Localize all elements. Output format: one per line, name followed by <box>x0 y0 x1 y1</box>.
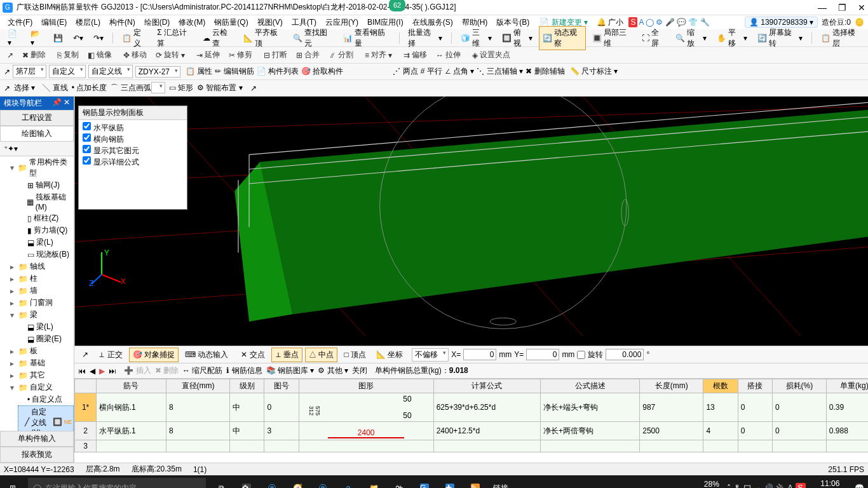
cell[interactable]: 中 <box>230 393 264 422</box>
close-rebar-button[interactable]: 关闭 <box>352 365 367 376</box>
end-snap[interactable]: □ 顶点 <box>340 348 370 362</box>
lookrebar-button[interactable]: 📊 查看钢筋量 <box>339 26 394 50</box>
col-10[interactable]: 搭接 <box>738 379 772 393</box>
new-button[interactable]: 📄▾ <box>4 28 24 48</box>
cell[interactable] <box>738 440 772 452</box>
cell[interactable]: 625+39*d+6.25*d <box>433 393 540 422</box>
dynview-button[interactable]: 🔄 动态观察 <box>539 26 586 50</box>
cell[interactable] <box>772 440 826 452</box>
pan-button[interactable]: ✋ 平移 ▾ <box>713 26 751 50</box>
cell[interactable] <box>299 440 433 452</box>
tb-app4[interactable]: ✚ <box>437 475 463 488</box>
delete-button[interactable]: ✖ 删除 <box>19 48 49 62</box>
cell[interactable]: 3 <box>264 422 299 440</box>
cell[interactable] <box>264 440 299 452</box>
cell[interactable]: 0 <box>772 422 826 440</box>
select-tool[interactable]: 选择 ▾ <box>14 83 35 93</box>
pointlen-tool[interactable]: • 点加长度 <box>72 83 107 93</box>
cell[interactable]: 净长+两倍弯钩 <box>541 422 640 440</box>
setclip-button[interactable]: ◈ 设置夹点 <box>469 48 513 62</box>
maximize-button[interactable]: ❐ <box>838 3 846 13</box>
delete-row-button[interactable]: ✖ 删除 <box>155 365 179 376</box>
col-9[interactable]: 根数 <box>703 379 738 393</box>
mid-snap[interactable]: △ 中点 <box>305 348 337 362</box>
cell[interactable]: 13 <box>703 393 738 422</box>
cell[interactable]: 1* <box>75 393 96 422</box>
cell[interactable] <box>166 440 229 452</box>
arc3-tool[interactable]: ⌒ 三点画弧 <box>111 83 165 93</box>
component-tree[interactable]: ▾📁常用构件类型 ⊞ 轴网(J) ▦ 筏板基础(M) ▯ 框柱(Z) ▮ 剪力墙… <box>0 156 74 431</box>
tray-i5[interactable]: 🔌 <box>776 484 785 488</box>
pick-button[interactable]: 🎯 拾取构件 <box>301 66 343 77</box>
redo-button[interactable]: ↷▾ <box>90 32 107 44</box>
coord-snap[interactable]: 📐 坐标 <box>372 348 407 362</box>
col-6[interactable]: 计算公式 <box>433 379 540 393</box>
tb-app2[interactable]: 🧭 <box>285 475 310 488</box>
cell[interactable]: 2500 <box>640 422 703 440</box>
cell[interactable]: 3 <box>75 440 96 452</box>
offset-button[interactable]: ⇉ 偏移 <box>400 48 430 62</box>
line-tool[interactable]: ╲ 直线 <box>43 83 67 93</box>
nav-next[interactable]: ▶ <box>99 367 105 376</box>
rect-tool[interactable]: ▭ 矩形 <box>169 83 193 93</box>
cell[interactable]: 8 <box>166 393 229 422</box>
y-field[interactable] <box>526 349 559 360</box>
twopoint-button[interactable]: ⋰ 两点 <box>393 66 417 77</box>
nav-last[interactable]: ⏭ <box>109 367 116 376</box>
cell[interactable] <box>541 440 640 452</box>
opt-detail[interactable]: 显示详细公式 <box>83 156 183 168</box>
prop-button[interactable]: 📋 属性 <box>186 66 212 77</box>
taskview-button[interactable]: ⧉ <box>208 475 234 488</box>
offset-mode[interactable]: 不偏移 <box>412 348 449 362</box>
rebar-display-panel[interactable]: 钢筋显示控制面板 水平纵筋 横向钢筋 显示其它图元 显示详细公式 <box>78 105 187 210</box>
opt-others[interactable]: 显示其它图元 <box>83 145 183 156</box>
cell[interactable] <box>640 440 703 452</box>
col-4[interactable]: 图号 <box>264 379 299 393</box>
3d-button[interactable]: 🧊 三维 ▾ <box>457 26 495 50</box>
cell[interactable]: 水平纵筋.1 <box>96 422 166 440</box>
tb-app5[interactable]: ✎ <box>463 475 488 488</box>
rebarlib-button[interactable]: 📚 钢筋图库 ▾ <box>266 365 315 376</box>
notification-badge[interactable]: 62 <box>389 0 405 11</box>
action-center-icon[interactable]: 💬 <box>855 484 864 488</box>
threepoint-button[interactable]: ⋱ 三点辅轴 ▾ <box>477 66 523 77</box>
rotate-field[interactable] <box>606 349 644 360</box>
move-button[interactable]: ✥ 移动 <box>120 48 150 62</box>
menu-floor[interactable]: 楼层(L) <box>72 16 104 29</box>
sumcalc-button[interactable]: Σ 汇总计算 <box>153 26 196 50</box>
cell[interactable]: 4 <box>703 422 738 440</box>
ortho-toggle[interactable]: ⊥ 正交 <box>95 348 126 362</box>
taskbar-search[interactable]: ◯ 在这里输入你要搜索的内容 <box>28 478 206 488</box>
category-dropdown[interactable]: 自定义 <box>49 65 86 78</box>
tray-s[interactable]: S <box>796 483 806 488</box>
tb-app3[interactable]: G <box>412 475 437 488</box>
x-field[interactable] <box>463 349 496 360</box>
break-button[interactable]: ⊟ 打断 <box>261 48 290 62</box>
opt-horiz[interactable]: 水平纵筋 <box>83 122 183 133</box>
close-button[interactable]: ✕ <box>858 3 865 13</box>
cell[interactable]: 2400 <box>299 422 433 440</box>
col-5[interactable]: 图形 <box>299 379 433 393</box>
sidebar-pin-icon[interactable]: 📌 ✕ <box>52 98 70 109</box>
menu-file[interactable]: 文件(F) <box>4 16 36 29</box>
smartlayout-tool[interactable]: ⚙ 智能布置 ▾ <box>197 83 243 93</box>
rebar-table-wrap[interactable]: 筋号直径(mm)级别图号图形计算公式公式描述长度(mm)根数搭接损耗(%)单重(… <box>74 379 868 463</box>
rotate-button[interactable]: ⟳ 旋转 ▾ <box>153 48 188 62</box>
cell[interactable]: 0 <box>264 393 299 422</box>
cell[interactable]: 0 <box>772 393 826 422</box>
linetype-dropdown[interactable]: 自定义线 <box>88 65 133 78</box>
cell[interactable] <box>96 440 166 452</box>
tb-app1[interactable]: ✿ <box>234 475 259 488</box>
arrow4[interactable]: ↗ <box>250 84 257 93</box>
define-button[interactable]: 📋 定义 <box>118 26 151 50</box>
open-button[interactable]: 📂▾ <box>27 28 47 48</box>
cell[interactable] <box>433 440 540 452</box>
rotate-check[interactable] <box>577 351 585 359</box>
componentlist-button[interactable]: 📄 构件列表 <box>257 66 299 77</box>
col-7[interactable]: 公式描述 <box>541 379 640 393</box>
cell[interactable]: 0.39 <box>826 393 868 422</box>
cell[interactable] <box>230 440 264 452</box>
scale-button[interactable]: ↔ 缩尺配筋 <box>182 365 222 376</box>
menu-edit[interactable]: 编辑(E) <box>37 16 71 29</box>
cell[interactable]: 净长+端头+弯钩 <box>541 393 640 422</box>
